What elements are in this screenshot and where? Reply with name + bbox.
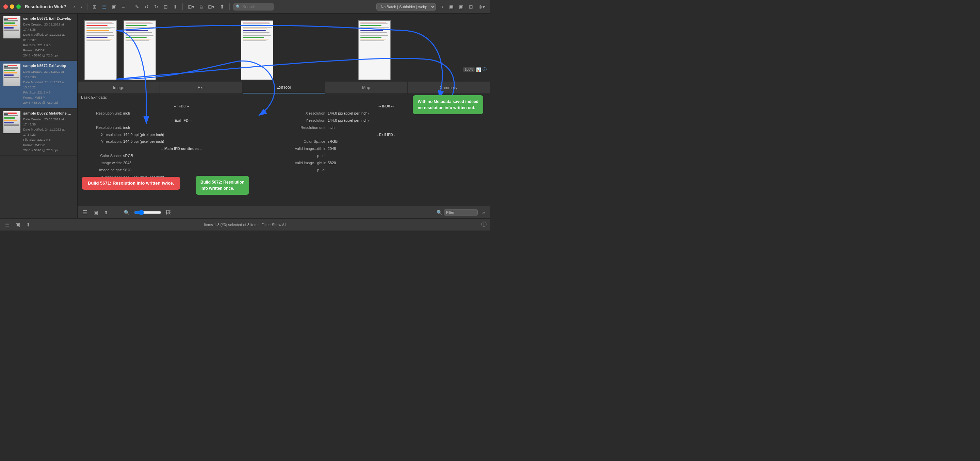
print-button[interactable]: ⎙ xyxy=(198,3,204,11)
upload-button[interactable]: ⬆ xyxy=(172,3,179,11)
file-info-2: sample b5672 Exif.webp Date Created: 23.… xyxy=(23,63,74,105)
toolbar: ‹ › ⊞ ☰ ▣ ≡ ✎ ↺ ↻ ⊡ ⬆ ⊞▾ ⎙ ⊞▾ ⬆ 🔍 No Bat… xyxy=(72,2,487,11)
list-button[interactable]: ☰ xyxy=(81,208,89,217)
file-info-3: sample b5672 MetaNone.webp Date Created:… xyxy=(23,111,74,153)
file-item-1[interactable]: 📷 sample b5671 Exif 2x.webp Date Created… xyxy=(0,14,77,61)
search-box[interactable]: 🔍 xyxy=(233,3,274,11)
detail-view-button[interactable]: ≡ xyxy=(120,3,126,11)
batch-selector[interactable]: No Batch | Subfolder | webp xyxy=(376,3,436,11)
traffic-lights xyxy=(3,5,21,9)
status-text: Items 1-3 (#3) selected of 3 items, Filt… xyxy=(204,223,286,227)
file-name-3: sample b5672 MetaNone.webp xyxy=(23,111,74,115)
status-left: ☰ ▣ ⬆ xyxy=(3,221,32,228)
file-info-1: sample b5671 Exif 2x.webp Date Created: … xyxy=(23,16,74,58)
user-menu-button[interactable]: ⊕▾ xyxy=(477,3,487,11)
file-item-2[interactable]: 📷 sample b5672 Exif.webp Date Created: 2… xyxy=(0,61,77,108)
file-name-1: sample b5671 Exif 2x.webp xyxy=(23,16,74,21)
camera-icon-1: 📷 xyxy=(4,17,8,21)
file-name-2: sample b5672 Exif.webp xyxy=(23,63,74,68)
content-area: Image Exif ExifTool Map Summary Basic Ex… xyxy=(78,14,490,218)
exif-right-x-res: X resolution: 144.0 ppi (pixel per inch) xyxy=(285,110,487,117)
thumb-card-4[interactable] xyxy=(358,21,391,80)
exif-left-header: -- IFD0 -- xyxy=(81,103,282,110)
tab-image[interactable]: Image xyxy=(78,82,160,93)
camera-icon-3: 📷 xyxy=(4,112,8,115)
close-button[interactable] xyxy=(3,5,8,9)
tab-exiftool[interactable]: ExifTool xyxy=(243,82,325,93)
search-input[interactable] xyxy=(242,5,269,9)
exif-row-height: Image height: 5820 xyxy=(81,166,282,174)
action-status-button[interactable]: ⬆ xyxy=(24,221,32,228)
status-bar: ☰ ▣ ⬆ Items 1-3 (#3) selected of 3 items… xyxy=(0,218,490,230)
nav-forward-button[interactable]: › xyxy=(79,3,84,11)
export-action-button[interactable]: ⬆ xyxy=(102,209,110,216)
tab-exif[interactable]: Exif xyxy=(160,82,242,93)
file-thumbnail-2: 📷 xyxy=(3,63,21,86)
file-item-3[interactable]: 📷 sample b5672 MetaNone.webp Date Create… xyxy=(0,108,77,156)
tab-map[interactable]: Map xyxy=(325,82,407,93)
separator3 xyxy=(182,3,183,10)
panel-view-status-button[interactable]: ▣ xyxy=(14,221,22,228)
exif-row-res-unit2: Resolution unit: inch xyxy=(81,124,282,131)
exif-right-col: -- IFD0 -- X resolution: 144.0 ppi (pixe… xyxy=(285,103,487,203)
exif-row-y-res: Y resolution: 144.0 ppi (pixel per inch) xyxy=(81,138,282,145)
exif-panel: -- IFD0 -- Resolution unit: inch -- Exif… xyxy=(78,100,490,206)
separator xyxy=(87,3,88,10)
expand-button[interactable]: » xyxy=(480,209,487,216)
file-thumbnail-3: 📷 xyxy=(3,111,21,133)
compare-button[interactable]: ⊞▾ xyxy=(206,3,216,11)
list-view-status-button[interactable]: ☰ xyxy=(3,221,11,228)
list-view-button[interactable]: ☰ xyxy=(100,3,108,11)
exif-row-color: Color Space: sRGB xyxy=(81,152,282,160)
thumbnails-strip xyxy=(78,14,490,82)
filmstrip-view-button[interactable]: ▣ xyxy=(110,3,118,11)
basic-exif-label: Basic Exif data: xyxy=(78,94,490,100)
panel-toggle-button[interactable]: ▣ xyxy=(92,209,100,216)
toolbar-right: No Batch | Subfolder | webp ↪ ▣ ▣ ⊞ ⊕▾ xyxy=(376,3,487,11)
file-meta-3: Date Created: 23.03.2022 at 17:43:38 Dat… xyxy=(23,117,74,153)
zoom-slider[interactable] xyxy=(134,210,161,215)
exif-row-x-res2: X resolution: 144.0 ppi (pixel per inch) xyxy=(81,174,282,181)
window-title: Resolution in WebP xyxy=(25,4,66,9)
info-icon[interactable]: ⓘ xyxy=(481,221,487,227)
tab-summary[interactable]: Summary xyxy=(408,82,490,93)
thumb-card-1[interactable] xyxy=(84,21,117,80)
export-button[interactable]: ↪ xyxy=(438,3,445,11)
preview-icon: 🔍 xyxy=(122,209,131,216)
edit-button[interactable]: ✎ xyxy=(134,3,141,11)
exif-right-y-res: Y resolution: 144.0 ppi (pixel per inch) xyxy=(285,117,487,124)
share-button[interactable]: ⬆ xyxy=(218,2,226,11)
nav-back-button[interactable]: ‹ xyxy=(72,3,77,11)
main-layout: 📷 sample b5671 Exif 2x.webp Date Created… xyxy=(0,14,490,218)
tabs-bar: Image Exif ExifTool Map Summary xyxy=(78,82,490,94)
file-thumbnail-1: 📷 xyxy=(3,16,21,38)
panel-left-button[interactable]: ▣ xyxy=(447,3,455,11)
panel-center-button[interactable]: ▣ xyxy=(457,3,465,11)
exif-row-width: Image width: 2048 xyxy=(81,160,282,166)
move-button[interactable]: ⊡ xyxy=(162,3,169,11)
doc-preview-3 xyxy=(241,21,273,79)
exif-row-y-res2: Y resolution: 144.0 ppi (pixel per inch) xyxy=(81,181,282,188)
thumb-card-3[interactable] xyxy=(241,21,273,80)
filter-input[interactable] xyxy=(444,209,478,215)
status-right: ⓘ xyxy=(481,221,487,228)
file-meta-1: Date Created: 23.03.2022 at 17:43:38 Dat… xyxy=(23,22,74,58)
maximize-button[interactable] xyxy=(16,5,21,9)
filter-icon: 🔍 xyxy=(437,210,442,215)
panel-right-button[interactable]: ⊞ xyxy=(467,3,475,11)
thumb-card-2[interactable] xyxy=(124,21,156,80)
camera-icon-2: 📷 xyxy=(4,64,8,68)
exif-left-col: -- IFD0 -- Resolution unit: inch -- Exif… xyxy=(81,103,282,203)
rotate-right-button[interactable]: ↻ xyxy=(153,3,160,11)
view-options-button[interactable]: ⊞▾ xyxy=(186,3,196,11)
titlebar: Resolution in WebP ‹ › ⊞ ☰ ▣ ≡ ✎ ↺ ↻ ⊡ ⬆… xyxy=(0,0,490,14)
rotate-left-button[interactable]: ↺ xyxy=(143,3,150,11)
separator4 xyxy=(229,3,230,10)
file-list-sidebar: 📷 sample b5671 Exif 2x.webp Date Created… xyxy=(0,14,78,218)
thumbnail-size-button[interactable]: 🖼 xyxy=(164,209,172,216)
doc-preview-2 xyxy=(124,21,156,79)
doc-preview-4 xyxy=(359,21,390,79)
exif-right-valid-h: Valid image...ght in p...el: 5820 xyxy=(285,160,487,174)
grid-view-button[interactable]: ⊞ xyxy=(91,3,98,11)
minimize-button[interactable] xyxy=(10,5,14,9)
